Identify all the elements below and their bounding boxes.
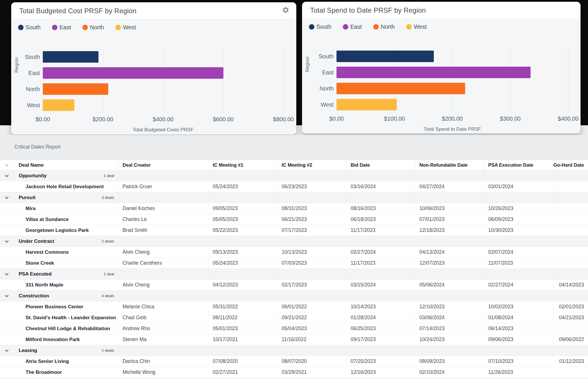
deal-row[interactable]: Harvest CommonsAlvin Cheng09/13/202310/1… <box>0 247 588 258</box>
empty-cell <box>277 345 346 356</box>
bar-east[interactable] <box>43 67 223 79</box>
bar-north[interactable] <box>43 83 108 95</box>
legend-item-north[interactable]: North <box>82 24 104 31</box>
deal-row[interactable]: MiraDaniel Koches09/05/202308/31/202308/… <box>0 203 588 214</box>
go-hard-date-cell <box>553 367 588 378</box>
group-chevron[interactable] <box>0 345 13 356</box>
column-header-non-refundable-date: Non-Refundable Date <box>415 160 484 170</box>
group-name-cell: Under Contract2 deals <box>13 236 118 247</box>
psa-execution-date-cell: 06/14/2023 <box>484 323 553 334</box>
expand-all-chevron[interactable] <box>0 160 13 170</box>
go-hard-date-cell <box>553 323 588 334</box>
deal-row[interactable]: Stone CreekCharlie Carothers05/24/202307… <box>0 258 588 269</box>
empty-cell <box>118 345 208 356</box>
x-tick-label: $400.00 <box>153 116 173 123</box>
empty-cell <box>484 269 553 279</box>
deal-row[interactable]: The BroadmoorMichelle Wong02/27/202103/2… <box>0 367 588 378</box>
ic-meeting-1-cell: 05/05/2023 <box>208 214 277 225</box>
chart-area: SouthEastNorthWest Region SouthEastNorth… <box>302 19 581 133</box>
deal-creator-cell: Steven Ma <box>118 334 208 345</box>
group-name: Construction <box>19 293 49 299</box>
column-header-deal-creator: Deal Creator <box>118 160 208 170</box>
non-refundable-date-cell: 03/06/2024 <box>415 312 484 323</box>
bar-west[interactable] <box>336 99 397 110</box>
bar-east[interactable] <box>336 67 531 78</box>
deal-count-badge: 2 deals <box>102 239 118 243</box>
deal-creator-cell: Melanie Chica <box>118 301 208 312</box>
bar-south[interactable] <box>336 51 434 62</box>
go-hard-date-cell <box>553 203 588 214</box>
legend-item-south[interactable]: South <box>18 24 40 31</box>
deal-row[interactable]: Pioneer Business CenterMelanie Chica05/3… <box>0 301 588 312</box>
ic-meeting-2-cell: 08/07/2020 <box>277 356 346 367</box>
empty-cell <box>484 236 553 247</box>
group-row[interactable]: Construction4 deals <box>0 290 588 301</box>
chart-card-budgeted-cost: Total Budgeted Cost PRSF by Region South… <box>11 2 296 134</box>
card-title: Total Budgeted Cost PRSF by Region <box>19 7 136 15</box>
y-category-label: East <box>12 65 40 81</box>
group-chevron[interactable] <box>0 192 13 203</box>
dashboard: Total Budgeted Cost PRSF by Region South… <box>0 0 588 379</box>
legend-dot-icon <box>82 25 88 30</box>
ic-meeting-2-cell: 03/29/2021 <box>277 367 346 378</box>
legend-item-north[interactable]: North <box>373 24 395 30</box>
deal-row[interactable]: Milford Innovation ParkSteven Ma10/17/20… <box>0 334 588 345</box>
non-refundable-date-cell: 07/01/2023 <box>415 214 484 225</box>
legend-dot-icon <box>52 25 57 30</box>
group-chevron[interactable] <box>0 170 13 181</box>
row-indent <box>0 301 13 312</box>
legend-item-west[interactable]: West <box>115 24 136 31</box>
legend-dot-icon <box>373 24 379 30</box>
bid-date-cell: 07/25/2023 <box>346 356 415 367</box>
deal-row[interactable]: Georgetown Logistics ParkBrad Smith05/22… <box>0 225 588 236</box>
bar-south[interactable] <box>43 51 98 63</box>
legend-item-west[interactable]: West <box>406 24 427 30</box>
group-row[interactable]: Leasing2 deals <box>0 345 588 356</box>
deal-count-badge: 3 deals <box>102 195 118 200</box>
deal-creator-cell: Charlie Carothers <box>118 258 208 268</box>
ic-meeting-1-cell: 05/22/2023 <box>208 225 277 236</box>
deal-creator-cell: Patrick Gruer <box>118 181 208 192</box>
group-row[interactable]: Under Contract2 deals <box>0 236 588 247</box>
critical-dates-table: Deal Name Deal Creator IC Meeting #1 IC … <box>0 160 588 379</box>
bid-date-cell: 08/16/2023 <box>346 203 415 214</box>
deal-row[interactable]: Villas at SundanceCharles Le05/05/202306… <box>0 214 588 225</box>
group-chevron[interactable] <box>0 236 13 247</box>
deal-row[interactable]: Jackson Hole Retail DevelopmentPatrick G… <box>0 181 588 192</box>
deal-name-cell: Harvest Commons <box>13 247 118 257</box>
x-tick-label: $800.00 <box>273 116 294 123</box>
group-name: Under Contract <box>19 238 54 244</box>
group-row[interactable]: Pursuit3 deals <box>0 192 588 203</box>
group-row[interactable]: PSA Executed1 deal <box>0 269 588 280</box>
empty-cell <box>553 236 588 247</box>
deal-name-cell: Jackson Hole Retail Development <box>13 181 118 192</box>
group-chevron[interactable] <box>0 290 13 301</box>
empty-cell <box>415 170 484 181</box>
deal-name-cell: 331 North Maple <box>13 280 118 290</box>
non-refundable-date-cell: 12/18/2023 <box>415 225 484 236</box>
legend-item-east[interactable]: East <box>343 24 362 30</box>
ic-meeting-2-cell: 10/13/2023 <box>277 247 346 257</box>
group-row[interactable]: Opportunity1 deal <box>0 170 588 181</box>
row-indent <box>0 356 13 367</box>
legend-label: North <box>90 24 104 31</box>
deal-row[interactable]: Atria Senior LivingDanica Chin07/08/2020… <box>0 356 588 367</box>
chevron-down-icon <box>5 196 9 199</box>
deal-row[interactable]: 331 North MapleAlvin Cheng04/12/202302/1… <box>0 280 588 290</box>
x-axis-ticks: $0.00$100.00$200.00$300.00$400.00 <box>336 116 568 123</box>
deal-row[interactable]: St. David's Health - Leander ExpansionCh… <box>0 312 588 323</box>
empty-cell <box>118 170 208 181</box>
legend-label: East <box>59 24 71 31</box>
card-header: Total Budgeted Cost PRSF by Region <box>11 2 296 20</box>
non-refundable-date-cell: 04/27/2024 <box>415 181 484 192</box>
settings-gear-icon[interactable] <box>282 6 289 14</box>
legend-item-east[interactable]: East <box>52 24 71 31</box>
bar-north[interactable] <box>336 83 465 94</box>
bar-west[interactable] <box>43 99 74 111</box>
legend-label: West <box>414 24 427 30</box>
x-tick-label: $600.00 <box>213 116 233 123</box>
card-title: Total Spend to Date PRSF by Region <box>310 6 426 14</box>
deal-row[interactable]: Chestnut Hill Lodge & RehabilitationAndr… <box>0 323 588 334</box>
legend-item-south[interactable]: South <box>309 24 331 30</box>
group-chevron[interactable] <box>0 269 13 279</box>
